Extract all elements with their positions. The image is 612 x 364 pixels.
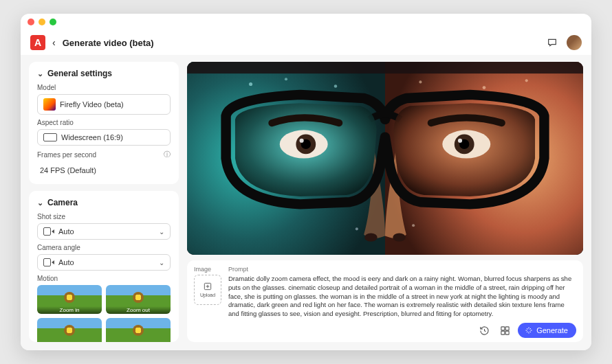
camera-icon: [43, 258, 54, 266]
general-settings-panel: ⌄ General settings Model Firefly Video (…: [29, 62, 179, 184]
action-row: Generate: [194, 323, 576, 338]
svg-point-13: [458, 139, 462, 143]
shot-size-label: Shot size: [37, 213, 171, 220]
prompt-input[interactable]: Dramatic dolly zoom camera effect, the m…: [228, 275, 576, 319]
chevron-down-icon: ⌄: [37, 198, 43, 207]
prompt-label: Prompt: [228, 266, 576, 273]
motion-caption: Zoom in: [37, 306, 102, 314]
shot-size-select[interactable]: Auto ⌄: [37, 223, 171, 240]
comment-icon[interactable]: [545, 35, 560, 50]
svg-point-5: [393, 233, 406, 241]
svg-point-15: [285, 78, 287, 80]
aspect-label: Aspect ratio: [37, 119, 171, 126]
svg-point-4: [364, 233, 378, 241]
chevron-down-icon: ⌄: [159, 259, 164, 266]
header: A ‹ Generate video (beta): [21, 30, 591, 55]
upload-label: Upload: [200, 293, 215, 297]
close-dot[interactable]: [28, 19, 34, 25]
titlebar: [21, 14, 591, 30]
svg-rect-3: [187, 62, 583, 73]
chevron-down-icon: ⌄: [159, 228, 164, 236]
svg-point-19: [525, 79, 528, 82]
camera-panel: ⌄ Camera Shot size Auto ⌄ Camera angle A…: [29, 191, 179, 342]
motion-label: Motion: [37, 275, 171, 282]
maximize-dot[interactable]: [50, 19, 56, 25]
camera-header[interactable]: ⌄ Camera: [37, 198, 171, 207]
sparkle-icon: [525, 326, 533, 334]
sunflower-thumb: [37, 318, 102, 342]
svg-point-14: [249, 82, 252, 86]
svg-point-16: [334, 84, 338, 88]
avatar[interactable]: [567, 35, 582, 50]
generate-label: Generate: [536, 326, 568, 334]
back-button[interactable]: ‹: [52, 37, 56, 48]
prompt-panel: Image Upload Prompt Dramatic dolly zoom …: [187, 260, 583, 342]
widescreen-icon: [43, 133, 57, 141]
motion-option[interactable]: [37, 318, 102, 342]
general-settings-title: General settings: [47, 69, 112, 78]
page-title: Generate video (beta): [63, 38, 154, 48]
image-label: Image: [194, 266, 221, 273]
generate-button[interactable]: Generate: [518, 323, 576, 338]
svg-point-20: [356, 227, 358, 230]
preview-image: [187, 62, 583, 255]
minimize-dot[interactable]: [39, 19, 45, 25]
app-logo[interactable]: A: [30, 35, 45, 50]
model-thumb-icon: [43, 98, 56, 111]
camera-angle-select[interactable]: Auto ⌄: [37, 254, 171, 271]
svg-rect-24: [505, 326, 509, 330]
sidebar: ⌄ General settings Model Firefly Video (…: [29, 62, 179, 342]
motion-caption: Zoom out: [106, 306, 171, 314]
svg-rect-26: [505, 331, 509, 334]
aspect-value: Widescreen (16:9): [61, 133, 123, 141]
camera-icon: [43, 227, 54, 236]
svg-point-18: [483, 86, 486, 89]
sunflower-thumb: [106, 318, 171, 342]
fps-label: Frames per second ⓘ: [37, 150, 171, 159]
history-icon[interactable]: [477, 323, 492, 338]
chevron-down-icon: ⌄: [37, 69, 43, 78]
motion-option-zoom-out[interactable]: Zoom out: [106, 285, 171, 314]
main-area: Image Upload Prompt Dramatic dolly zoom …: [187, 62, 583, 342]
upload-icon: [203, 282, 212, 291]
content-area: ⌄ General settings Model Firefly Video (…: [21, 55, 591, 350]
model-value: Firefly Video (beta): [60, 100, 124, 109]
upload-button[interactable]: Upload: [194, 275, 221, 305]
svg-point-17: [419, 80, 422, 83]
shot-size-value: Auto: [58, 227, 74, 236]
aspect-select[interactable]: Widescreen (16:9): [37, 129, 171, 146]
info-icon[interactable]: ⓘ: [164, 150, 171, 159]
svg-point-21: [412, 224, 415, 227]
model-select[interactable]: Firefly Video (beta): [37, 94, 171, 115]
app-window: A ‹ Generate video (beta) ⌄ General sett…: [21, 14, 591, 350]
video-preview[interactable]: [187, 62, 583, 255]
logo-letter: A: [34, 37, 41, 48]
camera-title: Camera: [47, 198, 78, 207]
svg-rect-25: [501, 331, 505, 334]
camera-angle-value: Auto: [58, 258, 74, 266]
motion-option-zoom-in[interactable]: Zoom in: [37, 285, 102, 314]
fps-value: 24 FPS (Default): [37, 162, 171, 176]
settings-icon[interactable]: [497, 323, 512, 338]
svg-rect-23: [501, 326, 505, 330]
svg-point-9: [300, 139, 304, 143]
motion-option[interactable]: [106, 318, 171, 342]
general-settings-header[interactable]: ⌄ General settings: [37, 69, 171, 78]
camera-angle-label: Camera angle: [37, 244, 171, 251]
motion-grid: Zoom in Zoom out: [37, 285, 171, 342]
model-label: Model: [37, 84, 171, 91]
